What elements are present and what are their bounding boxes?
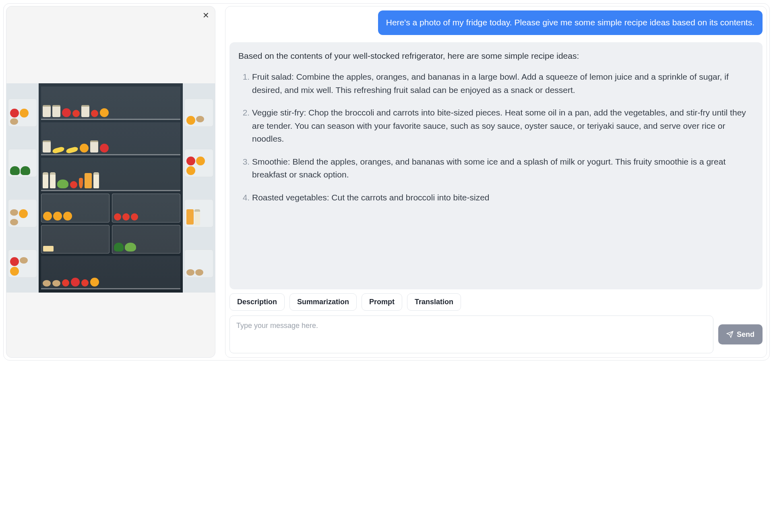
assistant-recipe-list: Fruit salad: Combine the apples, oranges… (238, 70, 754, 204)
message-list: Here's a photo of my fridge today. Pleas… (229, 10, 763, 289)
chip-summarization[interactable]: Summarization (289, 293, 357, 311)
message-input[interactable] (229, 315, 713, 353)
compose-row: Send (229, 315, 763, 353)
fridge-interior (39, 83, 183, 293)
list-item: Fruit salad: Combine the apples, oranges… (252, 70, 754, 97)
fridge-right-door (183, 83, 215, 293)
app-root: ✕ (3, 3, 770, 361)
close-image-button[interactable]: ✕ (203, 11, 209, 19)
chip-prompt[interactable]: Prompt (362, 293, 402, 311)
chip-translation[interactable]: Translation (407, 293, 461, 311)
user-message: Here's a photo of my fridge today. Pleas… (378, 10, 763, 35)
list-item: Veggie stir-fry: Chop the broccoli and c… (252, 106, 754, 146)
send-button[interactable]: Send (718, 324, 763, 344)
close-icon: ✕ (203, 11, 209, 20)
list-item: Smoothie: Blend the apples, oranges, and… (252, 155, 754, 181)
suggestion-chips: Description Summarization Prompt Transla… (229, 293, 763, 311)
uploaded-image (6, 83, 215, 293)
fridge-left-door (6, 83, 39, 293)
chat-panel: Here's a photo of my fridge today. Pleas… (225, 6, 767, 358)
list-item: Roasted vegetables: Cut the carrots and … (252, 191, 754, 204)
image-preview-panel: ✕ (6, 6, 215, 358)
chip-description[interactable]: Description (229, 293, 285, 311)
assistant-intro: Based on the contents of your well-stock… (238, 49, 754, 63)
send-icon (726, 331, 734, 338)
assistant-message: Based on the contents of your well-stock… (229, 42, 763, 289)
send-label: Send (737, 330, 754, 339)
user-message-text: Here's a photo of my fridge today. Pleas… (386, 18, 754, 27)
